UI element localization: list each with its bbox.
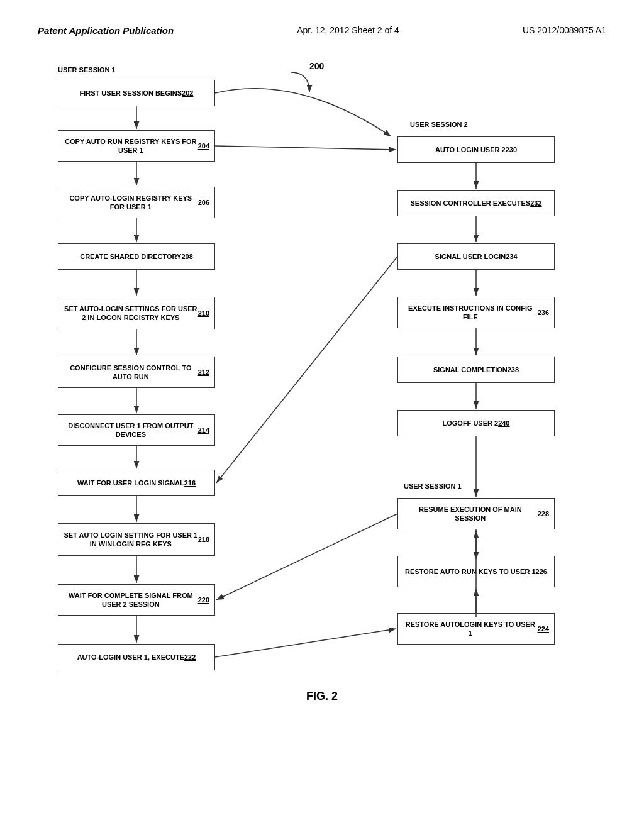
box-236: EXECUTE INSTRUCTIONS IN CONFIG FILE 236 [397, 297, 555, 328]
section-label-us2: USER SESSION 2 [410, 121, 468, 128]
box-210: SET AUTO-LOGIN SETTINGS FOR USER 2 IN LO… [58, 297, 215, 329]
header-left: Patent Application Publication [38, 25, 174, 36]
page-header: Patent Application Publication Apr. 12, … [0, 0, 644, 48]
box-212: CONFIGURE SESSION CONTROL TO AUTO RUN 21… [58, 357, 215, 388]
box-232: SESSION CONTROLLER EXECUTES 232 [397, 190, 555, 216]
header-center: Apr. 12, 2012 Sheet 2 of 4 [297, 25, 399, 35]
diagram-container: USER SESSION 1 200 USER SESSION 2 USER S… [39, 61, 605, 677]
box-216: WAIT FOR USER LOGIN SIGNAL 216 [58, 470, 215, 496]
box-208: CREATE SHARED DIRECTORY 208 [58, 243, 215, 270]
svg-line-21 [216, 257, 397, 483]
svg-line-25 [216, 514, 397, 600]
diagram-number: 200 [309, 61, 324, 71]
box-234: SIGNAL USER LOGIN 234 [397, 243, 555, 270]
box-214: DISCONNECT USER 1 FROM OUTPUT DEVICES 21… [58, 414, 215, 446]
fig-label: FIG. 2 [0, 690, 644, 728]
box-226: RESTORE AUTO RUN KEYS TO USER 1 226 [397, 556, 555, 587]
section-label-us1-left: USER SESSION 1 [58, 66, 116, 74]
box-238: SIGNAL COMPLETION 238 [397, 357, 555, 383]
header-right: US 2012/0089875 A1 [523, 25, 606, 35]
box-218: SET AUTO LOGIN SETTING FOR USER 1 IN WIN… [58, 523, 215, 556]
svg-line-22 [215, 629, 396, 657]
box-206: COPY AUTO-LOGIN REGISTRY KEYS FOR USER 1… [58, 187, 215, 218]
box-240: LOGOFF USER 2 240 [397, 410, 555, 436]
box-204: COPY AUTO RUN REGISTRY KEYS FOR USER 1 2… [58, 130, 215, 162]
box-202: FIRST USER SESSION BEGINS 202 [58, 80, 215, 106]
box-222: AUTO-LOGIN USER 1, EXECUTE 222 [58, 644, 215, 670]
section-label-us1-right: USER SESSION 1 [404, 482, 462, 490]
box-224: RESTORE AUTOLOGIN KEYS TO USER 1 224 [397, 613, 555, 645]
box-228: RESUME EXECUTION OF MAIN SESSION 228 [397, 498, 555, 529]
svg-line-20 [215, 146, 396, 150]
box-230: AUTO LOGIN USER 2 230 [397, 136, 555, 163]
box-220: WAIT FOR COMPLETE SIGNAL FROM USER 2 SES… [58, 584, 215, 616]
